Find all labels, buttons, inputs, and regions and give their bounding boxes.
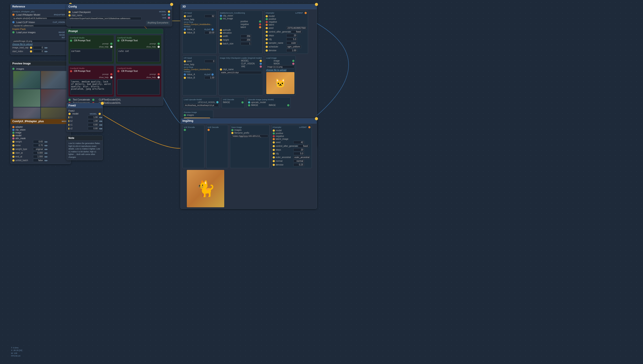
show-help-out-port-2	[158, 46, 160, 48]
prompt-2-textarea[interactable]: cute cat	[117, 49, 160, 62]
load-upscale-card: Load Upscale Model UPSCALE_MODEL 4xUltra…	[182, 97, 220, 108]
b1-inc[interactable]: ▶	[101, 116, 103, 118]
ipadapter-plus-header[interactable]: ComfyUI_IPAdapter_plus MODEL	[11, 119, 71, 124]
model-row-ipa: model	[12, 134, 69, 137]
steps-k-port	[266, 34, 268, 37]
b2-dec[interactable]: ◀	[99, 120, 101, 122]
noise-inc[interactable]: ▶	[46, 144, 48, 146]
latent-img2img-out-port	[308, 126, 311, 128]
attn-mask-port	[12, 138, 15, 140]
end-at-inc[interactable]: ▶	[46, 156, 48, 158]
load-images-row: Load your images IMAGE	[12, 31, 69, 34]
images-save-row: images	[231, 129, 268, 131]
config-header[interactable]: Config	[67, 4, 172, 9]
b1-dec[interactable]: ◀	[99, 116, 101, 118]
seed-2-row: seed 0	[184, 60, 216, 63]
clip-out-port	[168, 14, 170, 16]
weight-inc[interactable]: ▶	[46, 141, 48, 143]
size-stat: W: 108	[11, 352, 22, 355]
start-index-dec[interactable]: ◀	[44, 50, 46, 52]
seed-1-label: seed	[187, 15, 204, 17]
ctrl-after-gen-img2img-row: control_after_generate fixed	[273, 144, 311, 148]
sampler-name-k-label: sampler_name	[269, 42, 286, 44]
ipadapter-val-row: ip-adapter-plus[sd].w8.l8.3safetensors	[12, 17, 69, 20]
s1-dec[interactable]: ◀	[99, 124, 101, 126]
thumb-3	[13, 89, 40, 107]
reference-title: Reference	[12, 5, 25, 8]
ckpt-val-3d-display: stable_zero123.ckpt	[220, 71, 262, 74]
b2-inc[interactable]: ▶	[101, 120, 103, 122]
value-b-2-label: Value_B	[187, 76, 204, 79]
start-at-dec[interactable]: ◀	[44, 152, 46, 154]
preview-left-header[interactable]: Preview Image	[11, 61, 71, 66]
images-port-out	[12, 31, 15, 34]
prompt-header[interactable]: Prompt	[67, 29, 163, 34]
batch-size-val: 1	[241, 42, 252, 45]
weight-dec[interactable]: ◀	[44, 141, 46, 143]
image-load-cap-dec[interactable]: ◀	[44, 46, 46, 49]
ctrl-after-gen-port	[266, 31, 268, 33]
value-a-1-label: Value_A	[187, 28, 204, 30]
prompt-title: Prompt	[68, 30, 78, 33]
image-load-cap-inc[interactable]: ▶	[46, 46, 48, 49]
unfold-batch-inc[interactable]: ▶	[46, 159, 48, 162]
mask-3d-out-row: MASK	[266, 62, 294, 65]
model-k-row: model	[266, 15, 307, 17]
seed-2-val: 0	[204, 60, 216, 63]
weight-type-inc[interactable]: ▶	[46, 148, 48, 150]
vae-out-3d-label: VAE	[241, 65, 259, 68]
images-preview-3d-label: images	[187, 114, 204, 116]
end-at-dec[interactable]: ◀	[44, 156, 46, 158]
choose-upload-3d-link[interactable]: choose file to upload	[266, 69, 294, 71]
sampler-name-k-val: euler	[286, 41, 297, 44]
unfold-batch-dec[interactable]: ◀	[44, 159, 46, 162]
s1-inc[interactable]: ▶	[101, 124, 103, 126]
s2-inc[interactable]: ▶	[101, 128, 103, 130]
denoise-k-label: denoise	[269, 49, 286, 52]
prompt-1-textarea[interactable]: cartoon	[70, 49, 112, 62]
images-save-port	[231, 129, 234, 131]
load-ipadapter-label: Load IPAdapter Model	[16, 14, 40, 16]
threed-header[interactable]: 3D	[181, 4, 317, 9]
ctrl-after-gen-label: control_after_generate	[269, 30, 291, 33]
vae-decode-3d-title: VAE Decode	[223, 98, 244, 101]
denoise-img2img-row: denoise 0.25	[273, 163, 311, 166]
noise-row: noise 0.70 ◀ ▶	[12, 144, 69, 147]
s1-port	[68, 124, 69, 126]
denoise-img2img-label: denoise	[276, 164, 293, 166]
init-image-row: init_image	[220, 17, 261, 20]
show-help-2-label-3d: show_help	[184, 63, 201, 66]
prompt-4-textarea[interactable]	[117, 79, 160, 95]
anything-everywhere-label: Anything Everywhere	[146, 21, 170, 25]
elevation-row: elevation	[220, 32, 261, 34]
note-header[interactable]: Note	[67, 136, 103, 141]
note-body: Low b1 makes the generation flatter, hig…	[67, 141, 103, 160]
img2img-header[interactable]: Img2Img	[181, 118, 317, 124]
ctrl-after-gen-img2img-val: fixed	[298, 144, 309, 148]
freeu-header[interactable]: FreeU	[67, 103, 103, 108]
cr-seed-2-subtitle: CR Seed	[184, 57, 216, 59]
prompt-3-textarea[interactable]: lowres, medium quality, lack of details,…	[70, 79, 112, 95]
vae-out-3d-row: VAE	[220, 65, 262, 68]
ckpt-name-3d-row: ckpt_name	[220, 68, 262, 70]
value-b-1-port	[184, 32, 186, 34]
choose-upload-link[interactable]: choose file to upload	[12, 43, 69, 46]
model-out-3d-row: MODEL	[220, 60, 262, 62]
vae-encode-in-port	[184, 129, 186, 131]
start-at-val: 0.000	[33, 151, 44, 154]
start-at-inc[interactable]: ▶	[46, 152, 48, 154]
cr-prompt-3-help-out: show_help	[70, 76, 112, 78]
cr-prompt-4-port	[117, 70, 119, 72]
s2-dec[interactable]: ◀	[99, 128, 101, 130]
reference-header[interactable]: Reference	[11, 4, 71, 9]
noise-dec[interactable]: ◀	[44, 144, 46, 146]
preview-image-left: Preview Image images	[10, 61, 71, 128]
weight-type-port	[12, 148, 15, 150]
upscale-image-card: Upscale Image (using Model) upscale_mode…	[247, 97, 291, 108]
image-only-checkpoint-title: Image Only Checkpoint Loader (img2vid mo…	[220, 57, 262, 59]
start-index-inc[interactable]: ▶	[46, 50, 48, 52]
inspire-pack-link[interactable]: Inspire Pack	[12, 28, 69, 30]
ckpt-name-port	[68, 14, 71, 16]
latent-k-port	[266, 24, 268, 26]
weight-type-dec[interactable]: ◀	[44, 148, 46, 150]
